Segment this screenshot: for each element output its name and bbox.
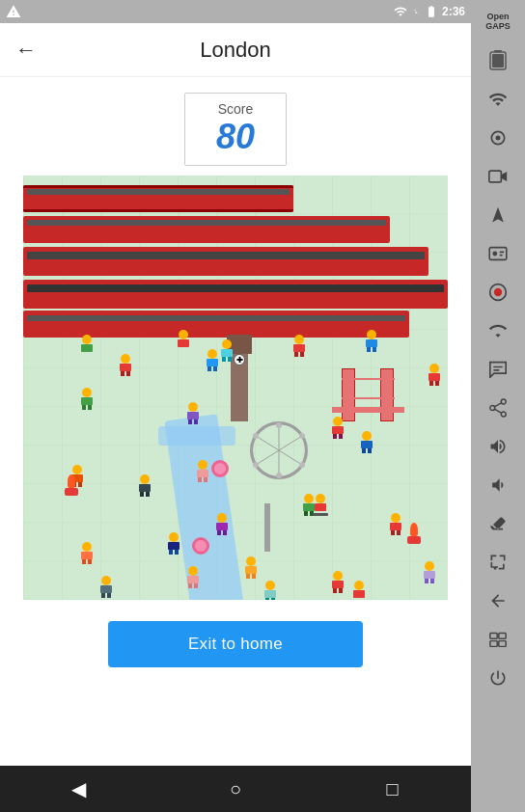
status-bar-right: 2:36	[394, 5, 465, 18]
score-container: Score 80	[0, 93, 471, 166]
game-canvas: ✚	[23, 176, 448, 600]
fire-1	[62, 474, 81, 496]
score-box: Score 80	[184, 93, 287, 166]
sidebar-video-icon[interactable]	[479, 158, 517, 195]
svg-line-27	[279, 450, 302, 465]
svg-line-26	[279, 436, 302, 450]
donut-2	[192, 537, 209, 555]
train-detail-4	[27, 284, 444, 292]
sidebar-navigation-icon[interactable]	[479, 197, 517, 233]
exit-to-home-button[interactable]: Exit to home	[108, 621, 363, 667]
game-area: ✚	[23, 176, 448, 600]
donut-1	[211, 460, 229, 477]
person-18	[187, 566, 199, 588]
train-detail-5	[27, 315, 405, 321]
river-branch	[158, 426, 235, 446]
svg-point-17	[490, 406, 495, 411]
sidebar-signal-icon[interactable]	[479, 312, 517, 349]
sidebar-windows-icon[interactable]	[479, 621, 517, 658]
sidebar-undo-icon[interactable]	[479, 582, 517, 619]
status-bar-left	[6, 4, 21, 19]
sidebar-volume-down-icon[interactable]	[479, 467, 517, 503]
sidebar-volume-up-icon[interactable]	[479, 428, 517, 465]
person-12	[81, 542, 93, 564]
right-sidebar: OpenGAPS	[471, 0, 525, 812]
svg-line-20	[494, 409, 501, 413]
person-5	[332, 417, 344, 439]
bridge-road	[332, 407, 404, 413]
sidebar-expand-icon[interactable]	[479, 544, 517, 581]
svg-point-13	[494, 288, 502, 296]
person-3	[81, 388, 93, 410]
person-21	[221, 339, 233, 362]
svg-marker-7	[492, 207, 504, 223]
svg-point-18	[501, 412, 506, 417]
svg-point-32	[276, 422, 282, 428]
person-9	[197, 460, 208, 482]
nav-recent-button[interactable]: □	[370, 770, 416, 808]
svg-rect-2	[492, 54, 504, 68]
sidebar-lens-icon[interactable]	[479, 120, 517, 156]
ferris-spokes	[250, 421, 308, 479]
svg-point-37	[253, 433, 259, 439]
signal-icon	[411, 5, 421, 18]
sidebar-record-icon[interactable]	[479, 274, 517, 311]
clock-face: ✚	[234, 354, 245, 365]
svg-rect-5	[489, 171, 501, 182]
svg-point-36	[253, 462, 259, 468]
main-content: ← London Score 80	[0, 23, 471, 812]
sidebar-share-icon[interactable]	[479, 390, 517, 426]
sidebar-eraser-icon[interactable]	[479, 505, 517, 542]
person-19	[264, 581, 276, 600]
svg-point-33	[299, 433, 305, 439]
sidebar-chat-icon[interactable]	[479, 351, 517, 388]
svg-rect-15	[493, 369, 500, 371]
person-17	[100, 576, 112, 598]
bridge-cable-top	[342, 378, 395, 380]
back-button[interactable]: ←	[15, 38, 37, 63]
sidebar-wifi-gps-icon[interactable]	[479, 81, 517, 118]
ferris-base	[264, 503, 270, 552]
person-8	[139, 474, 151, 497]
sidebar-id-icon[interactable]	[479, 235, 517, 272]
sidebar-battery-icon[interactable]	[479, 42, 517, 79]
watermark: free for personal use	[8, 752, 105, 764]
bridge-cable-mid	[342, 397, 395, 399]
svg-point-34	[299, 462, 305, 468]
svg-point-4	[496, 136, 501, 141]
exit-button-container: Exit to home	[0, 621, 471, 667]
bottom-nav-bar: ◀ ○ □	[0, 766, 471, 812]
skater-2	[351, 581, 367, 600]
svg-rect-24	[499, 641, 506, 647]
person-26	[178, 330, 189, 347]
sidebar-power-icon[interactable]	[479, 660, 517, 696]
person-4	[187, 402, 199, 424]
svg-rect-8	[489, 248, 507, 260]
person-22	[293, 335, 305, 357]
svg-point-35	[276, 473, 282, 478]
train-1b	[23, 185, 293, 212]
person-11	[390, 513, 401, 535]
svg-point-16	[501, 399, 506, 404]
time-display: 2:36	[442, 5, 465, 18]
wifi-icon	[394, 5, 407, 18]
svg-line-19	[494, 403, 501, 407]
train-detail-3	[27, 252, 425, 259]
person-1	[207, 349, 218, 371]
svg-line-29	[256, 450, 279, 465]
svg-point-9	[492, 252, 497, 257]
person-13	[168, 532, 180, 555]
person-2	[120, 354, 131, 376]
battery-icon	[425, 5, 438, 18]
nav-back-button[interactable]: ◀	[55, 770, 101, 808]
person-24	[428, 364, 440, 386]
bridge-tower-left	[342, 368, 355, 421]
svg-rect-10	[500, 252, 505, 254]
person-6	[361, 431, 373, 453]
page-title: London	[48, 38, 423, 63]
svg-rect-22	[499, 633, 506, 638]
person-16	[332, 571, 344, 593]
nav-home-button[interactable]: ○	[212, 770, 259, 808]
svg-line-30	[256, 436, 279, 450]
svg-rect-14	[493, 366, 503, 368]
